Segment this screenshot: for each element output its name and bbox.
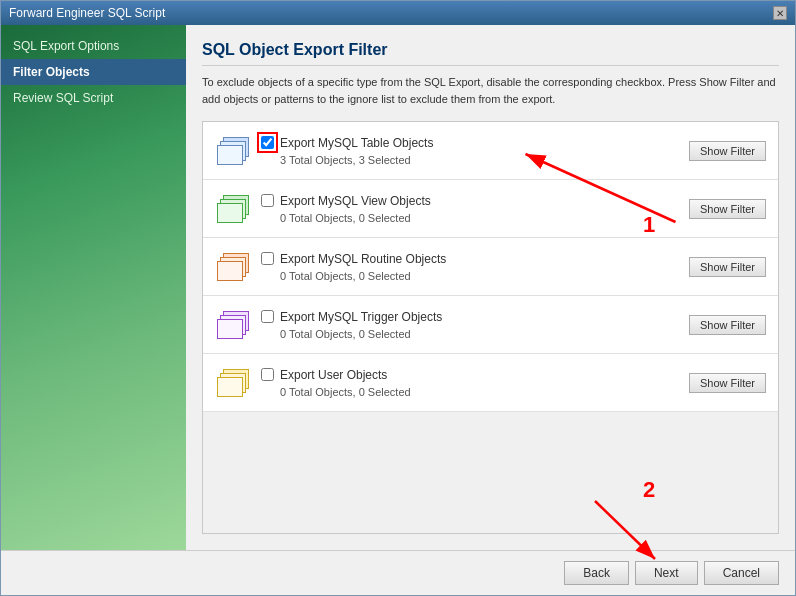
export-trigger-stats: 0 Total Objects, 0 Selected xyxy=(261,328,689,340)
footer: Back Next Cancel xyxy=(1,550,795,595)
filter-row-user-info: Export User Objects 0 Total Objects, 0 S… xyxy=(261,368,689,398)
window-title: Forward Engineer SQL Script xyxy=(9,6,165,20)
filter-row-routine-info: Export MySQL Routine Objects 0 Total Obj… xyxy=(261,252,689,282)
user-db-icon xyxy=(217,369,249,397)
export-user-stats: 0 Total Objects, 0 Selected xyxy=(261,386,689,398)
view-icon xyxy=(215,191,251,227)
view-db-icon xyxy=(217,195,249,223)
description-text: To exclude objects of a specific type fr… xyxy=(202,74,779,107)
routine-icon xyxy=(215,249,251,285)
filter-row-routine: Export MySQL Routine Objects 0 Total Obj… xyxy=(203,238,778,296)
next-button[interactable]: Next xyxy=(635,561,698,585)
main-window: Forward Engineer SQL Script ✕ SQL Export… xyxy=(0,0,796,596)
export-view-label: Export MySQL View Objects xyxy=(280,194,431,208)
filter-section: Export MySQL Table Objects 3 Total Objec… xyxy=(202,121,779,534)
show-filter-routine-button[interactable]: Show Filter xyxy=(689,257,766,277)
page-title: SQL Object Export Filter xyxy=(202,41,779,66)
export-table-stats: 3 Total Objects, 3 Selected xyxy=(261,154,689,166)
export-view-stats: 0 Total Objects, 0 Selected xyxy=(261,212,689,224)
filter-row-trigger-info: Export MySQL Trigger Objects 0 Total Obj… xyxy=(261,310,689,340)
back-button[interactable]: Back xyxy=(564,561,629,585)
main-panel: SQL Object Export Filter To exclude obje… xyxy=(186,25,795,550)
sidebar-item-filter-objects[interactable]: Filter Objects xyxy=(1,59,186,85)
filter-row-view-label: Export MySQL View Objects xyxy=(261,194,689,208)
filter-row-table-label: Export MySQL Table Objects xyxy=(261,136,689,150)
export-routine-label: Export MySQL Routine Objects xyxy=(280,252,446,266)
export-user-label: Export User Objects xyxy=(280,368,387,382)
routine-db-icon xyxy=(217,253,249,281)
table-icon xyxy=(215,133,251,169)
filter-row-routine-label: Export MySQL Routine Objects xyxy=(261,252,689,266)
export-view-checkbox[interactable] xyxy=(261,194,274,207)
show-filter-trigger-button[interactable]: Show Filter xyxy=(689,315,766,335)
export-table-label: Export MySQL Table Objects xyxy=(280,136,433,150)
sidebar-item-review-sql-script[interactable]: Review SQL Script xyxy=(1,85,186,111)
show-filter-table-button[interactable]: Show Filter xyxy=(689,141,766,161)
export-trigger-label: Export MySQL Trigger Objects xyxy=(280,310,442,324)
filter-row-view-info: Export MySQL View Objects 0 Total Object… xyxy=(261,194,689,224)
table-db-icon xyxy=(217,137,249,165)
export-trigger-checkbox[interactable] xyxy=(261,310,274,323)
annotation-2: 2 xyxy=(643,477,655,503)
filter-row-table: Export MySQL Table Objects 3 Total Objec… xyxy=(203,122,778,180)
user-icon xyxy=(215,365,251,401)
filter-row-trigger-label: Export MySQL Trigger Objects xyxy=(261,310,689,324)
title-bar: Forward Engineer SQL Script ✕ xyxy=(1,1,795,25)
trigger-icon xyxy=(215,307,251,343)
filter-row-user-label: Export User Objects xyxy=(261,368,689,382)
show-filter-view-button[interactable]: Show Filter xyxy=(689,199,766,219)
filter-row-view: Export MySQL View Objects 0 Total Object… xyxy=(203,180,778,238)
content-area: SQL Export OptionsFilter ObjectsReview S… xyxy=(1,25,795,550)
filter-row-trigger: Export MySQL Trigger Objects 0 Total Obj… xyxy=(203,296,778,354)
trigger-db-icon xyxy=(217,311,249,339)
filter-row-user: Export User Objects 0 Total Objects, 0 S… xyxy=(203,354,778,412)
sidebar: SQL Export OptionsFilter ObjectsReview S… xyxy=(1,25,186,550)
sidebar-item-sql-export-options[interactable]: SQL Export Options xyxy=(1,33,186,59)
export-routine-checkbox[interactable] xyxy=(261,252,274,265)
export-user-checkbox[interactable] xyxy=(261,368,274,381)
close-button[interactable]: ✕ xyxy=(773,6,787,20)
export-table-checkbox[interactable] xyxy=(261,136,274,149)
export-routine-stats: 0 Total Objects, 0 Selected xyxy=(261,270,689,282)
show-filter-user-button[interactable]: Show Filter xyxy=(689,373,766,393)
filter-row-table-info: Export MySQL Table Objects 3 Total Objec… xyxy=(261,136,689,166)
cancel-button[interactable]: Cancel xyxy=(704,561,779,585)
